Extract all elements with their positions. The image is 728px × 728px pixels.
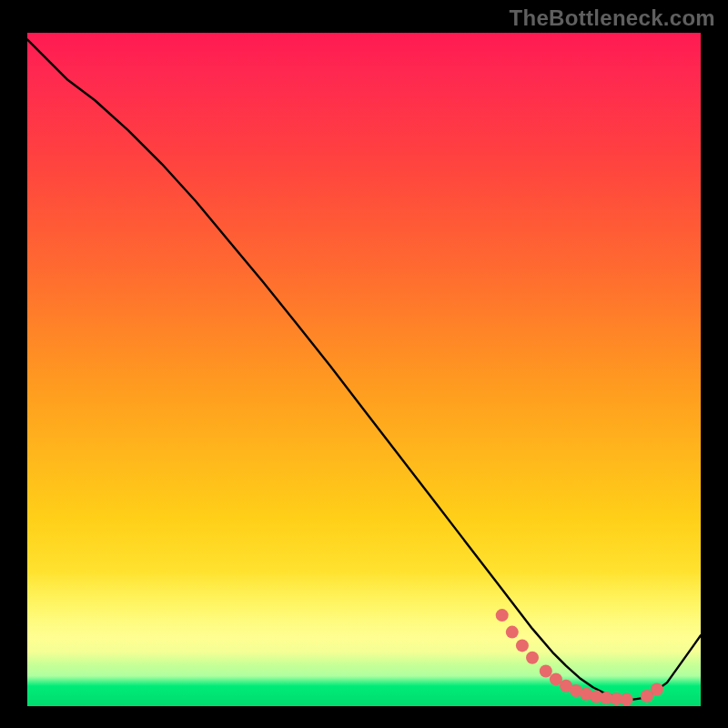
sample-dot xyxy=(506,626,519,639)
sample-dots-group xyxy=(496,609,663,706)
chart-stage: TheBottleneck.com xyxy=(0,0,728,728)
sample-dot xyxy=(496,609,509,622)
sample-dot xyxy=(540,665,552,678)
sample-dot xyxy=(526,652,539,664)
plot-panel xyxy=(27,33,701,706)
bottleneck-curve xyxy=(27,39,701,699)
curve-overlay xyxy=(27,33,701,706)
watermark-label: TheBottleneck.com xyxy=(510,5,715,31)
sample-dot xyxy=(651,683,663,696)
sample-dot xyxy=(516,639,529,652)
sample-dot xyxy=(621,693,633,706)
